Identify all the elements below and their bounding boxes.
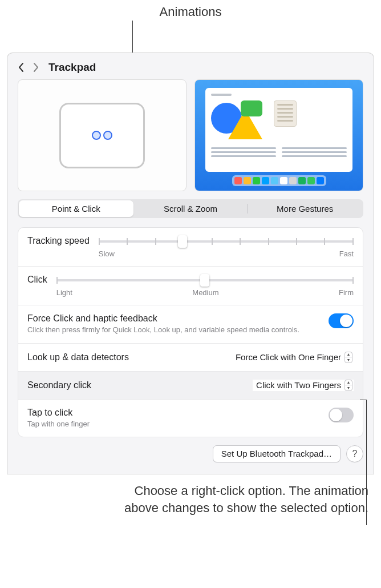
tracking-min-label: Slow — [99, 249, 115, 258]
row-force-click: Force Click and haptic feedback Click th… — [18, 305, 363, 344]
trackpad-settings-window: Trackpad — [7, 53, 374, 474]
lookup-label: Look up & data detectors — [27, 352, 129, 363]
square-shape — [241, 100, 262, 116]
tracking-speed-slider[interactable]: Slow Fast — [99, 236, 354, 258]
tap-to-click-toggle[interactable] — [329, 408, 354, 422]
secondary-click-label: Secondary click — [27, 380, 91, 390]
tap-to-click-label: Tap to click — [27, 408, 319, 418]
tab-point-click[interactable]: Point & Click — [19, 200, 133, 217]
row-tracking-speed: Tracking speed Slow Fast — [18, 228, 363, 267]
tab-scroll-zoom[interactable]: Scroll & Zoom — [133, 200, 248, 217]
callout-secondary-click: Choose a right-click option. The animati… — [0, 474, 381, 527]
row-click: Click Light Medium Firm — [18, 267, 363, 305]
finger-dot-2 — [103, 131, 112, 140]
callout-line — [366, 400, 367, 525]
force-click-label: Force Click and haptic feedback — [27, 313, 319, 324]
secondary-click-popup[interactable]: Click with Two Fingers ▲▼ — [253, 380, 354, 391]
finger-dot-1 — [92, 131, 101, 140]
tab-bar: Point & Click Scroll & Zoom More Gesture… — [18, 199, 363, 218]
help-button[interactable]: ? — [346, 445, 363, 462]
popup-stepper-icon: ▲▼ — [344, 352, 352, 363]
settings-panel: Tracking speed Slow Fast — [18, 227, 363, 437]
screen-window — [205, 88, 352, 172]
lookup-value: Force Click with One Finger — [236, 352, 341, 362]
force-click-desc: Click then press firmly for Quick Look, … — [27, 325, 319, 335]
lookup-popup[interactable]: Force Click with One Finger ▲▼ — [232, 352, 354, 363]
tab-more-gestures[interactable]: More Gestures — [248, 200, 362, 217]
bottom-actions: Set Up Bluetooth Trackpad… ? — [18, 445, 363, 462]
back-button[interactable] — [18, 62, 25, 73]
dock-art — [232, 175, 326, 186]
popup-stepper-icon: ▲▼ — [344, 380, 352, 391]
force-click-toggle[interactable] — [329, 313, 354, 328]
window-header: Trackpad — [7, 53, 374, 79]
nav-buttons — [18, 62, 39, 73]
screen-animation — [194, 79, 363, 191]
callout-animations: Animations — [0, 0, 381, 19]
setup-bluetooth-button[interactable]: Set Up Bluetooth Trackpad… — [213, 445, 341, 462]
row-secondary-click: Secondary click Click with Two Fingers ▲… — [18, 372, 363, 400]
row-tap-to-click: Tap to click Tap with one finger — [18, 400, 363, 437]
secondary-click-value: Click with Two Fingers — [256, 380, 341, 390]
click-max-label: Firm — [339, 288, 354, 297]
trackpad-shape — [59, 103, 145, 168]
click-label: Click — [27, 275, 47, 285]
context-menu-art — [274, 100, 297, 127]
tracking-max-label: Fast — [339, 249, 354, 258]
click-mid-label: Medium — [72, 288, 339, 297]
trackpad-animation — [18, 79, 187, 191]
click-min-label: Light — [56, 288, 72, 297]
forward-button[interactable] — [33, 62, 39, 73]
tracking-speed-label: Tracking speed — [27, 236, 90, 246]
row-lookup: Look up & data detectors Force Click wit… — [18, 344, 363, 372]
animation-previews — [7, 79, 374, 191]
click-slider[interactable]: Light Medium Firm — [56, 275, 354, 297]
page-title: Trackpad — [48, 61, 96, 74]
tap-to-click-desc: Tap with one finger — [27, 419, 319, 429]
